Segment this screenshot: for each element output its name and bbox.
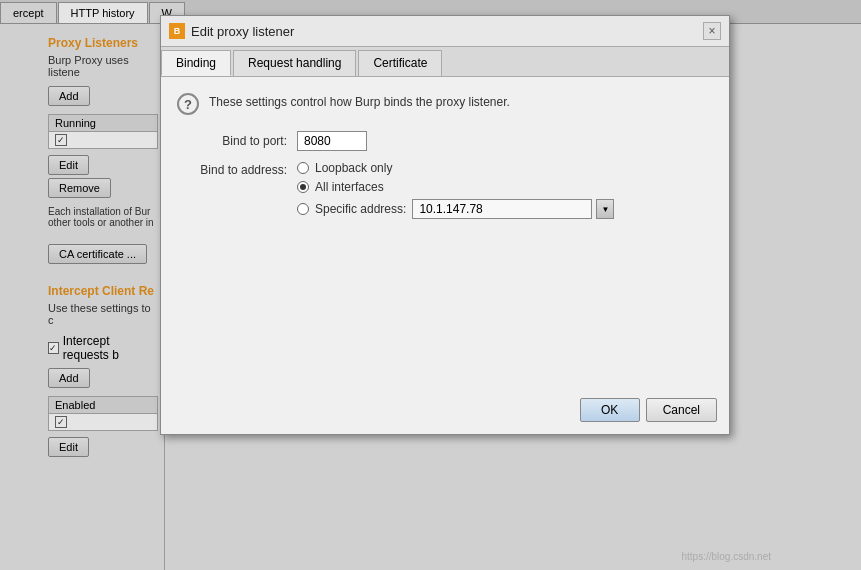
radio-specific-address: Specific address: ▼ (297, 199, 614, 219)
dialog-footer: OK Cancel (580, 398, 717, 422)
modal-overlay: B Edit proxy listener × Binding Request … (0, 0, 861, 570)
bind-port-label: Bind to port: (177, 134, 297, 148)
tab-request-handling[interactable]: Request handling (233, 50, 356, 76)
tab-certificate[interactable]: Certificate (358, 50, 442, 76)
all-interfaces-label: All interfaces (315, 180, 384, 194)
ok-button[interactable]: OK (580, 398, 640, 422)
close-dialog-button[interactable]: × (703, 22, 721, 40)
specific-address-select-area: ▼ (412, 199, 614, 219)
radio-options-group: Loopback only All interfaces Specific ad… (297, 161, 614, 224)
dialog-title-area: B Edit proxy listener (169, 23, 294, 39)
loopback-label: Loopback only (315, 161, 392, 175)
bind-port-row: Bind to port: (177, 131, 713, 151)
dialog-body: ? These settings control how Burp binds … (161, 77, 729, 250)
bind-address-label: Bind to address: (177, 161, 297, 177)
specific-address-dropdown-button[interactable]: ▼ (596, 199, 614, 219)
tab-binding[interactable]: Binding (161, 50, 231, 76)
radio-all-interfaces: All interfaces (297, 180, 614, 194)
info-text: These settings control how Burp binds th… (209, 93, 510, 109)
dialog-title: Edit proxy listener (191, 24, 294, 39)
watermark: https://blog.csdn.net (681, 551, 771, 562)
dialog-titlebar: B Edit proxy listener × (161, 16, 729, 47)
loopback-radio[interactable] (297, 162, 309, 174)
specific-address-radio[interactable] (297, 203, 309, 215)
edit-proxy-listener-dialog: B Edit proxy listener × Binding Request … (160, 15, 730, 435)
cancel-button[interactable]: Cancel (646, 398, 717, 422)
radio-loopback: Loopback only (297, 161, 614, 175)
bind-port-input[interactable] (297, 131, 367, 151)
dialog-tab-bar: Binding Request handling Certificate (161, 47, 729, 77)
dialog-burp-icon: B (169, 23, 185, 39)
specific-address-input[interactable] (412, 199, 592, 219)
info-row: ? These settings control how Burp binds … (177, 93, 713, 115)
specific-address-label: Specific address: (315, 202, 406, 216)
all-interfaces-radio[interactable] (297, 181, 309, 193)
info-icon: ? (177, 93, 199, 115)
bind-address-row: Bind to address: Loopback only All inter… (177, 161, 713, 224)
